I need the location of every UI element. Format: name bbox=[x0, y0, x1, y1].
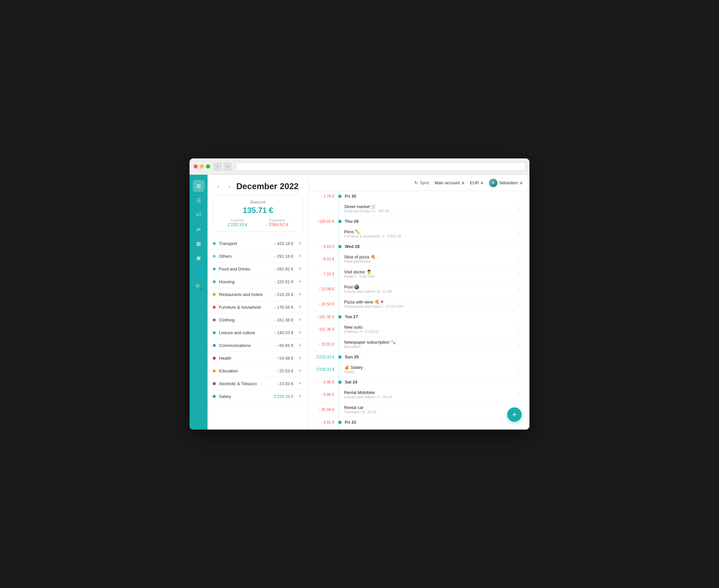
sidebar-icon-dashboard[interactable]: ⊞ bbox=[193, 180, 205, 192]
timeline-dot bbox=[338, 355, 342, 359]
day-header: 2'220.33 €Sun 25 bbox=[309, 352, 530, 362]
category-item[interactable]: Others- 291.18 €+ bbox=[207, 250, 309, 262]
category-amount: - 282.92 € bbox=[274, 267, 293, 271]
transaction-menu-button[interactable]: ⋮ bbox=[512, 366, 524, 372]
sidebar-icon-globe[interactable]: 🌐 bbox=[193, 266, 205, 278]
user-avatar: S bbox=[489, 179, 497, 187]
transaction-content: Pens ✏️Furniture & household \ # · 3'972… bbox=[339, 229, 512, 238]
category-item[interactable]: Restaurants and hotels- 210.26 €+ bbox=[207, 288, 309, 301]
balance-amount: 135.71 € bbox=[218, 206, 298, 215]
month-nav: ‹ › December 2022 bbox=[207, 175, 309, 195]
transaction-amount: - 10.99 € bbox=[309, 287, 338, 291]
transaction-subtitle: Food and Drinks bbox=[344, 259, 512, 263]
account-selector[interactable]: Main account ∨ bbox=[434, 180, 465, 185]
category-dot bbox=[213, 331, 216, 334]
category-add-button[interactable]: + bbox=[297, 317, 303, 323]
transaction-row[interactable]: - 28.53 €Pizza with wine 🍕🍷Restaurants a… bbox=[309, 297, 530, 312]
transaction-row[interactable]: 2'220.33 €💰 SalarySalary⋮ bbox=[309, 362, 530, 377]
day-header: - 0.90 €Sat 24 bbox=[309, 377, 530, 387]
transaction-menu-button[interactable]: ⋮ bbox=[512, 341, 524, 347]
transaction-row[interactable]: - 8.91 €Croissant 🥐Food and Drinks \ · 8… bbox=[309, 427, 530, 429]
account-label: Main account bbox=[434, 180, 459, 185]
transaction-row[interactable]: - 7.03 €Visit doctor 👨‍⚕️Health \ · 6.81… bbox=[309, 267, 530, 281]
nav-buttons: ‹ › bbox=[213, 162, 232, 171]
close-button[interactable] bbox=[193, 164, 198, 169]
sidebar-icon-search[interactable]: 🔍 bbox=[193, 280, 205, 292]
prev-month-button[interactable]: ‹ bbox=[214, 182, 223, 191]
category-name: Others bbox=[219, 254, 274, 259]
user-selector[interactable]: S Sébastien ∨ bbox=[489, 179, 523, 187]
category-add-button[interactable]: + bbox=[297, 266, 303, 272]
category-add-button[interactable]: + bbox=[297, 291, 303, 298]
category-item[interactable]: Education- 25.53 €+ bbox=[207, 364, 309, 377]
category-add-button[interactable]: + bbox=[297, 355, 303, 361]
category-add-button[interactable]: + bbox=[297, 342, 303, 349]
app-body: ⊞☰🏷⇄▦▣🌐🔍 ‹ › December 2022 Balance 135.7… bbox=[189, 175, 530, 429]
category-item[interactable]: Transport- 433.18 €+ bbox=[207, 237, 309, 250]
transaction-amount: - 28.53 € bbox=[309, 302, 338, 307]
account-chevron-icon: ∨ bbox=[461, 180, 465, 185]
category-amount: - 140.03 € bbox=[274, 330, 293, 335]
currency-selector[interactable]: EUR ∨ bbox=[470, 180, 484, 185]
transaction-menu-button[interactable]: ⋮ bbox=[512, 271, 524, 277]
category-item[interactable]: Communications- 60.66 €+ bbox=[207, 339, 309, 352]
transaction-menu-button[interactable]: ⋮ bbox=[512, 391, 524, 398]
category-item[interactable]: Salary2'220.33 €+ bbox=[207, 390, 309, 403]
transaction-content: New suitsClothing \ # · 6'103.21 bbox=[339, 325, 512, 334]
transaction-row[interactable]: Street market 🛒Food and Drinks \ v · 387… bbox=[309, 201, 530, 216]
sidebar-icon-card[interactable]: ▣ bbox=[193, 252, 205, 264]
sidebar-icon-transfer[interactable]: ⇄ bbox=[193, 223, 205, 235]
minimize-button[interactable] bbox=[200, 164, 204, 169]
category-add-button[interactable]: + bbox=[297, 380, 303, 387]
category-item[interactable]: Leisure and culture- 140.03 €+ bbox=[207, 326, 309, 339]
category-add-button[interactable]: + bbox=[297, 329, 303, 336]
transaction-subtitle: Restaurants and hotels \ · 27.64 CHF bbox=[344, 304, 512, 308]
transaction-row[interactable]: Pens ✏️Furniture & household \ # · 3'972… bbox=[309, 226, 530, 241]
app-window: ‹ › ⊞☰🏷⇄▦▣🌐🔍 ‹ › December 2022 Balance 1… bbox=[189, 159, 530, 429]
transaction-row[interactable]: - 8.03 €Slice of pizza 🍕Food and Drinks⋮ bbox=[309, 252, 530, 267]
category-item[interactable]: Health- 54.08 €+ bbox=[207, 352, 309, 364]
category-add-button[interactable]: + bbox=[297, 253, 303, 259]
transaction-row[interactable]: - 0.90 €Rental MotobikeLeisure and cultu… bbox=[309, 387, 530, 402]
forward-button[interactable]: › bbox=[223, 162, 232, 171]
day-header: - 105.02 €Thu 29 bbox=[309, 216, 530, 226]
expenses-amount: - 2'084.62 € bbox=[266, 222, 288, 227]
transaction-content: Rental MotobikeLeisure and culture \ # ·… bbox=[339, 390, 512, 399]
category-add-button[interactable]: + bbox=[297, 278, 303, 285]
sidebar-icon-chart[interactable]: ▦ bbox=[193, 237, 205, 249]
category-add-button[interactable]: + bbox=[297, 368, 303, 374]
back-button[interactable]: ‹ bbox=[213, 162, 222, 171]
sidebar-icon-tags[interactable]: 🏷 bbox=[193, 209, 205, 220]
category-add-button[interactable]: + bbox=[297, 304, 303, 310]
transaction-row[interactable]: - 161.36 €New suitsClothing \ # · 6'103.… bbox=[309, 322, 530, 337]
category-dot bbox=[213, 357, 216, 360]
category-item[interactable]: Housing- 225.01 €+ bbox=[207, 275, 309, 288]
next-month-button[interactable]: › bbox=[225, 182, 234, 191]
transaction-menu-button[interactable]: ⋮ bbox=[512, 326, 524, 332]
transaction-menu-button[interactable]: ⋮ bbox=[512, 206, 524, 212]
fullscreen-button[interactable] bbox=[206, 164, 210, 169]
category-item[interactable]: Food and Drinks- 282.92 €+ bbox=[207, 262, 309, 275]
category-dot bbox=[213, 382, 216, 385]
category-add-button[interactable]: + bbox=[297, 240, 303, 247]
transaction-menu-button[interactable]: ⋮ bbox=[512, 286, 524, 292]
transaction-menu-button[interactable]: ⋮ bbox=[512, 231, 524, 237]
sync-button[interactable]: ↻ Sync bbox=[414, 180, 429, 185]
user-chevron-icon: ∨ bbox=[520, 180, 523, 185]
url-bar[interactable] bbox=[235, 162, 526, 171]
category-item[interactable]: Alcoholic & Tobacco- 23.83 €+ bbox=[207, 377, 309, 390]
transaction-row[interactable]: - 20.91 €Newspaper subscription 🗞️Educat… bbox=[309, 337, 530, 352]
transaction-row[interactable]: - 10.99 €Pool 🎱Leisure and culture \ $ ·… bbox=[309, 281, 530, 297]
category-add-button[interactable]: + bbox=[297, 393, 303, 400]
category-item[interactable]: Clothing- 161.36 €+ bbox=[207, 314, 309, 326]
transaction-row[interactable]: - 35.94 €Rental carTransport \ $ · 39.10… bbox=[309, 402, 530, 417]
transaction-subtitle: Food and Drinks \ v · 387.65 bbox=[344, 209, 512, 213]
add-transaction-button[interactable]: + bbox=[507, 407, 521, 422]
transaction-amount: - 20.91 € bbox=[309, 342, 338, 346]
transaction-menu-button[interactable]: ⋮ bbox=[512, 256, 524, 262]
category-amount: 2'220.33 € bbox=[274, 394, 293, 399]
sidebar: ⊞☰🏷⇄▦▣🌐🔍 bbox=[189, 175, 207, 429]
transaction-menu-button[interactable]: ⋮ bbox=[512, 301, 524, 307]
sidebar-icon-list[interactable]: ☰ bbox=[193, 194, 205, 206]
category-item[interactable]: Furniture & household- 176.56 €+ bbox=[207, 301, 309, 314]
